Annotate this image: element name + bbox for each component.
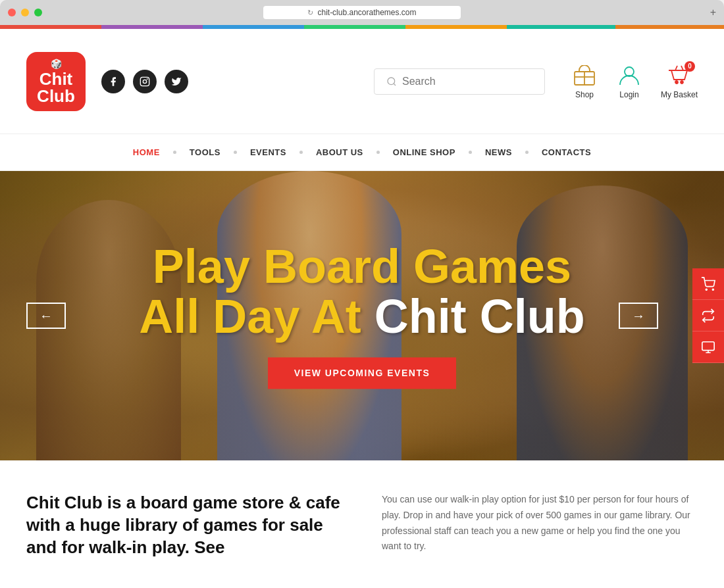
minimize-button[interactable]	[21, 9, 29, 16]
login-icon	[616, 64, 642, 87]
nav-item-online-shop[interactable]: ONLINE SHOP	[380, 134, 469, 171]
bottom-description: You can use our walk-in play option for …	[382, 492, 698, 554]
website-content: 🎲 Chit Club	[0, 29, 724, 588]
new-tab-button[interactable]: +	[710, 7, 716, 18]
sidebar-action-buttons	[692, 268, 724, 363]
svg-rect-12	[702, 341, 714, 350]
shop-label: Shop	[575, 90, 594, 99]
svg-point-1	[143, 80, 146, 83]
shop-icon	[571, 64, 598, 87]
login-action[interactable]: Login	[616, 64, 642, 99]
search-bar[interactable]	[374, 68, 545, 95]
bottom-right-content: You can use our walk-in play option for …	[382, 492, 698, 564]
bottom-heading: Chit Club is a board game store & cafe w…	[26, 492, 342, 558]
url-display: chit-club.ancorathemes.com	[317, 8, 416, 17]
nav-item-contacts[interactable]: CONTACTS	[529, 134, 604, 171]
logo-text: Chit Club	[37, 70, 75, 105]
hero-title-line1: Play Board Games	[132, 242, 592, 292]
sidebar-wishlist-icon	[701, 340, 715, 355]
bottom-left-content: Chit Club is a board game store & cafe w…	[26, 492, 342, 564]
bottom-section: Chit Club is a board game store & cafe w…	[0, 460, 724, 588]
nav-item-events[interactable]: EVENTS	[237, 134, 299, 171]
sidebar-wishlist-button[interactable]	[692, 331, 724, 363]
prev-arrow-icon: ←	[39, 308, 53, 324]
facebook-icon[interactable]	[101, 70, 125, 93]
basket-badge: 0	[685, 61, 695, 72]
hero-section: ← Play Board Games All Day At Chit Club …	[0, 171, 724, 460]
sidebar-cart-icon	[701, 277, 715, 291]
login-label: Login	[619, 90, 638, 99]
nav-item-news[interactable]: NEWS	[472, 134, 525, 171]
hero-cta-button[interactable]: VIEW UPCOMING EVENTS	[268, 358, 457, 389]
basket-label: My Basket	[661, 90, 698, 99]
search-input[interactable]	[402, 76, 532, 87]
svg-point-11	[712, 289, 713, 290]
basket-action[interactable]: 0 My Basket	[661, 64, 698, 99]
nav-items-list: HOME TOOLS EVENTS ABOUT US ONLINE SHOP N…	[120, 134, 604, 171]
nav-item-home[interactable]: HOME	[120, 134, 173, 171]
instagram-icon[interactable]	[133, 70, 157, 93]
svg-point-3	[388, 78, 395, 85]
search-icon	[386, 76, 397, 87]
nav-item-tools[interactable]: TOOLS	[176, 134, 234, 171]
maximize-button[interactable]	[34, 9, 42, 16]
site-header: 🎲 Chit Club	[0, 29, 724, 134]
sidebar-cart-button[interactable]	[692, 268, 724, 300]
header-actions: Shop Login	[571, 64, 698, 99]
close-button[interactable]	[8, 9, 16, 16]
hero-title-line2: All Day At Chit Club	[132, 292, 592, 342]
svg-point-9	[681, 81, 683, 84]
twitter-icon[interactable]	[165, 70, 188, 93]
browser-titlebar: ↻ chit-club.ancorathemes.com +	[0, 0, 724, 25]
site-logo[interactable]: 🎲 Chit Club	[26, 52, 86, 111]
logo-dice-icon: 🎲	[51, 59, 62, 69]
basket-icon: 0	[666, 64, 692, 87]
hero-content: Play Board Games All Day At Chit Club VI…	[132, 242, 592, 389]
address-bar[interactable]: ↻ chit-club.ancorathemes.com	[263, 6, 461, 19]
hero-title-white-part: Chit Club	[375, 290, 585, 343]
svg-rect-0	[140, 77, 149, 86]
shop-action[interactable]: Shop	[571, 64, 598, 99]
hero-title-yellow-part: All Day At	[139, 290, 374, 343]
svg-point-7	[625, 67, 634, 76]
next-arrow-icon: →	[632, 308, 645, 324]
sidebar-compare-icon	[701, 308, 715, 323]
svg-point-2	[147, 79, 147, 80]
svg-point-8	[675, 81, 678, 84]
hero-prev-button[interactable]: ←	[26, 303, 66, 329]
sidebar-compare-button[interactable]	[692, 300, 724, 331]
hero-next-button[interactable]: →	[619, 303, 658, 329]
browser-window: ↻ chit-club.ancorathemes.com + 🎲 Chit Cl…	[0, 0, 724, 588]
nav-item-about[interactable]: ABOUT US	[303, 134, 376, 171]
social-links	[101, 70, 188, 93]
svg-point-10	[706, 289, 707, 290]
reload-icon: ↻	[307, 9, 313, 17]
main-navigation: HOME TOOLS EVENTS ABOUT US ONLINE SHOP N…	[0, 134, 724, 171]
